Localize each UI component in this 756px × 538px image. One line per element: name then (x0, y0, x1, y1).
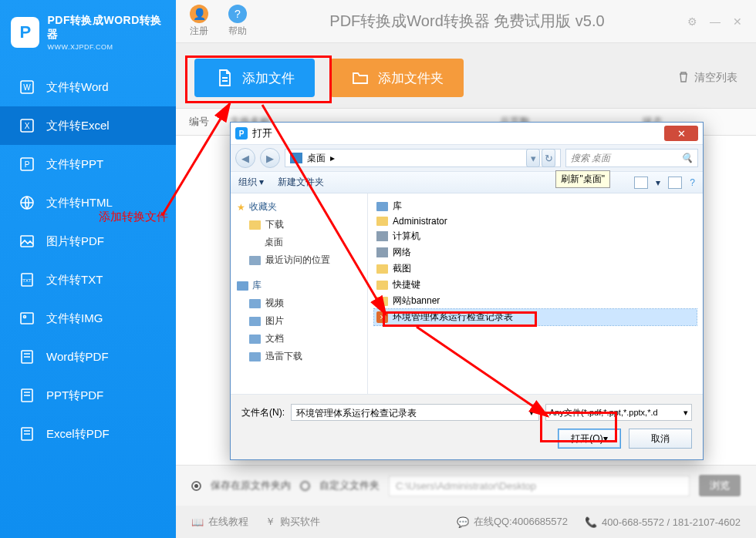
image-icon (19, 233, 35, 250)
nav-forward-button[interactable]: ▶ (260, 148, 280, 168)
side-recent[interactable]: 最近访问的位置 (234, 251, 364, 269)
browse-button[interactable]: 浏览 (699, 475, 741, 496)
folder-icon (376, 217, 388, 226)
save-original-label: 保存在原文件夹内 (211, 479, 291, 493)
trash-icon (677, 71, 690, 86)
excel-icon: X (19, 117, 35, 134)
add-folder-label: 添加文件夹 (378, 69, 444, 87)
side-xunlei[interactable]: 迅雷下载 (234, 348, 364, 365)
open-button[interactable]: 打开(O) ▾ (558, 429, 621, 449)
svg-point-11 (24, 316, 26, 318)
refresh-button[interactable]: ↻ (542, 149, 555, 167)
radio-save-original[interactable] (191, 481, 201, 491)
search-input[interactable]: 搜索 桌面 🔍 (565, 149, 698, 167)
new-folder-button[interactable]: 新建文件夹 (278, 176, 324, 189)
desktop-icon (290, 153, 302, 163)
dialog-toolbar: 组织 ▾ 新建文件夹 ▾ ? (231, 172, 703, 193)
cancel-button[interactable]: 取消 (629, 429, 692, 449)
filetype-select[interactable]: Any文件(*.pdf,*.ppt,*.pptx,*.d▾ (545, 404, 692, 421)
buy-link[interactable]: ￥购买软件 (265, 515, 320, 529)
sidebar-item-label: Word转PDF (46, 350, 109, 365)
dialog-title: 打开 (252, 126, 272, 140)
help-button[interactable]: ?帮助 (228, 5, 247, 38)
add-file-button[interactable]: 添加文件 (194, 59, 315, 97)
th-index: 编号 (176, 109, 222, 135)
side-pictures[interactable]: 图片 (234, 312, 364, 330)
dialog-nav-bar: ◀ ▶ 桌面 ▸ ▾↻ 搜索 桌面 🔍 (231, 144, 703, 172)
view-mode-button[interactable] (634, 177, 648, 189)
file-item-screenshot[interactable]: 截图 (374, 261, 697, 277)
sidebar-item-img[interactable]: 文件转IMG (0, 299, 176, 338)
sidebar-item-imgpdf[interactable]: 图片转PDF (0, 222, 176, 261)
topbar: 👤注册 ?帮助 PDF转换成Word转换器 免费试用版 v5.0 ⚙ — ✕ (176, 0, 756, 43)
crumb-dropdown-icon[interactable]: ▾ (526, 149, 540, 167)
sidebar-item-html[interactable]: 文件转HTML (0, 183, 176, 222)
footer: 📖在线教程 ￥购买软件 💬在线QQ:4006685572 📞400-668-55… (176, 506, 756, 538)
dialog-close-button[interactable]: ✕ (664, 126, 698, 141)
sidebar-item-label: 文件转IMG (46, 311, 103, 326)
computer-icon (376, 231, 388, 241)
side-videos[interactable]: 视频 (234, 294, 364, 312)
sidebar-item-label: 图片转PDF (46, 234, 104, 249)
dialog-body: ★收藏夹 下载 桌面 最近访问的位置 库 视频 图片 文档 迅雷下载 库 Adm… (231, 193, 703, 394)
help-icon: ? (228, 5, 247, 23)
chevron-right-icon: ▸ (330, 153, 335, 163)
register-button[interactable]: 👤注册 (190, 5, 208, 38)
minimize-icon[interactable]: — (710, 15, 721, 28)
sidebar-item-ppt[interactable]: P文件转PPT (0, 145, 176, 183)
libraries-group[interactable]: 库 (234, 277, 364, 294)
dialog-app-icon: P (235, 127, 248, 140)
help-dialog-icon[interactable]: ? (690, 177, 695, 188)
buy-label: 购买软件 (280, 515, 320, 529)
favorites-group[interactable]: ★收藏夹 (234, 198, 364, 216)
folder-icon (376, 297, 388, 306)
preview-pane-button[interactable] (668, 177, 682, 189)
svg-text:P: P (25, 160, 30, 169)
register-label: 注册 (190, 25, 208, 38)
file-item-selected[interactable]: X环境管理体系运行检查记录表 (374, 309, 697, 325)
file-item-shortcut[interactable]: 快捷键 (374, 277, 697, 293)
sidebar-item-word[interactable]: W文件转Word (0, 68, 176, 106)
file-item-network[interactable]: 网络 (374, 244, 697, 261)
save-options-row: 保存在原文件夹内 自定义文件夹 C:\Users\Administrator\D… (176, 465, 756, 506)
ppt-icon: P (19, 156, 35, 173)
qq-contact: 💬在线QQ:4006685572 (457, 515, 568, 529)
file-item-banner[interactable]: 网站banner (374, 293, 697, 309)
side-documents[interactable]: 文档 (234, 330, 364, 348)
side-desktop[interactable]: 桌面 (234, 234, 364, 251)
tutorial-link[interactable]: 📖在线教程 (191, 515, 248, 529)
breadcrumb[interactable]: 桌面 ▸ ▾↻ (285, 149, 561, 167)
sidebar-item-label: 文件转TXT (46, 273, 103, 287)
clear-list-button[interactable]: 清空列表 (677, 71, 737, 86)
file-item-computer[interactable]: 计算机 (374, 228, 697, 244)
sidebar-item-wordpdf[interactable]: Word转PDF (0, 338, 176, 376)
help-label: 帮助 (228, 25, 247, 38)
folder-icon (350, 68, 370, 88)
logo-title: PDF转换成WORD转换器 (47, 14, 165, 42)
dialog-titlebar: P 打开 ✕ (231, 123, 703, 144)
video-icon (249, 299, 261, 308)
view-dropdown-icon[interactable]: ▾ (656, 177, 660, 188)
add-folder-button[interactable]: 添加文件夹 (330, 59, 464, 97)
sidebar-item-pptpdf[interactable]: PPT转PDF (0, 376, 176, 415)
close-icon[interactable]: ✕ (733, 15, 742, 28)
desktop-icon (249, 238, 260, 247)
phone-icon: 📞 (585, 516, 597, 528)
file-item-admin[interactable]: Administrator (374, 214, 697, 228)
settings-icon[interactable]: ⚙ (687, 15, 697, 28)
filename-input[interactable]: 环境管理体系运行检查记录表▾ (291, 404, 539, 421)
sidebar-item-label: 文件转HTML (46, 196, 113, 210)
nav-back-button[interactable]: ◀ (235, 148, 255, 168)
save-custom-label: 自定义文件夹 (319, 479, 380, 493)
save-path-input[interactable]: C:\Users\Administrator\Desktop (389, 476, 690, 496)
organize-menu[interactable]: 组织 ▾ (238, 176, 264, 189)
svg-rect-7 (21, 236, 33, 247)
tutorial-label: 在线教程 (208, 515, 248, 529)
side-downloads[interactable]: 下载 (234, 216, 364, 234)
chat-icon: 💬 (457, 516, 469, 528)
sidebar-item-txt[interactable]: TXT文件转TXT (0, 261, 176, 299)
sidebar-item-excel[interactable]: X文件转Excel (0, 106, 176, 145)
radio-save-custom[interactable] (300, 481, 310, 491)
sidebar-item-excelpdf[interactable]: Excel转PDF (0, 415, 176, 453)
file-item-libraries[interactable]: 库 (374, 198, 697, 214)
